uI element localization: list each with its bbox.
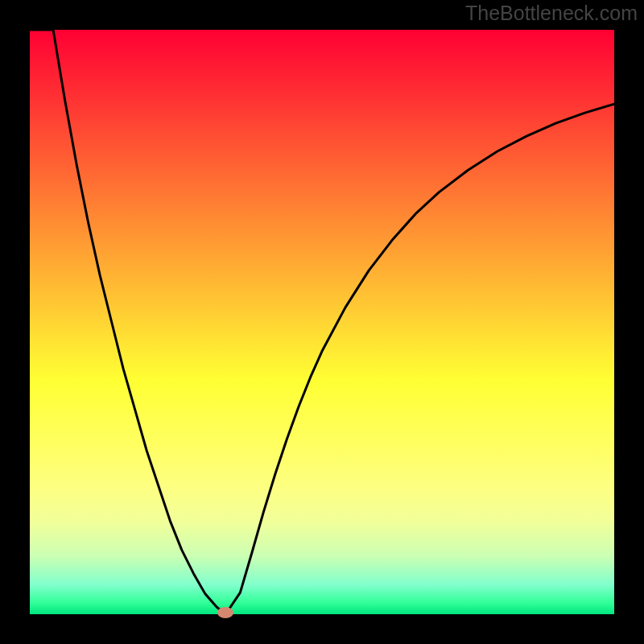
watermark-label: TheBottleneck.com bbox=[465, 2, 638, 25]
bottleneck-curve bbox=[30, 30, 614, 614]
plot-area bbox=[30, 30, 614, 614]
optimum-marker bbox=[217, 607, 233, 618]
chart-container: TheBottleneck.com bbox=[0, 0, 644, 644]
